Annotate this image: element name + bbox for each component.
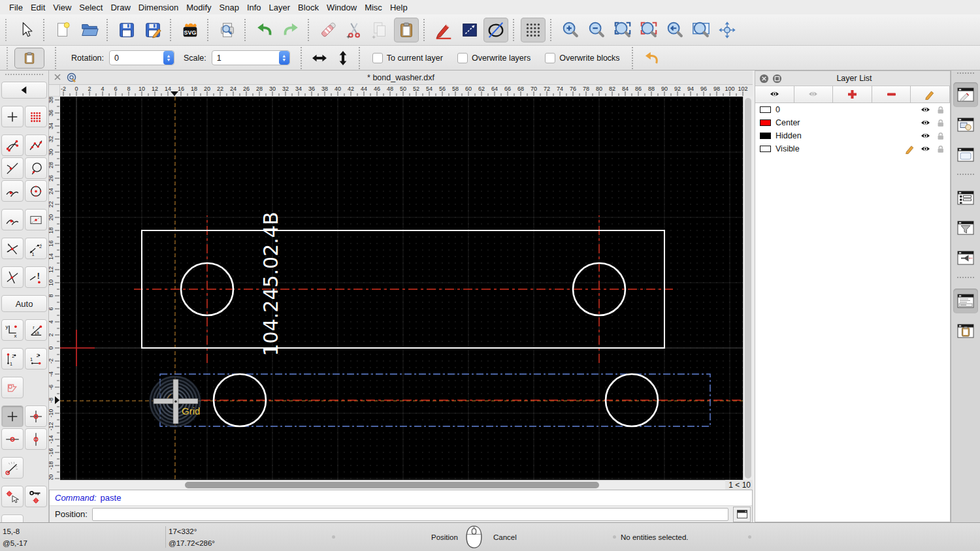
horizontal-scrollbar[interactable]: [60, 480, 725, 490]
snap-intersection-manual[interactable]: 12: [25, 238, 47, 259]
coords-absolute[interactable]: 12: [1, 348, 24, 370]
snap-auto-button[interactable]: Auto: [1, 295, 47, 312]
snap-tangent[interactable]: [1, 157, 24, 179]
zoom-out-button[interactable]: [584, 18, 609, 42]
open-file-button[interactable]: [77, 18, 102, 42]
layer-visibility-eye-icon[interactable]: [920, 118, 931, 129]
snap-free[interactable]: [1, 106, 24, 127]
redo-button[interactable]: [278, 18, 303, 42]
snap-endpoints[interactable]: [1, 134, 24, 156]
layer-color-swatch[interactable]: [760, 106, 771, 113]
layer-visibility-eye-icon[interactable]: [920, 144, 931, 155]
menu-help[interactable]: Help: [390, 3, 408, 12]
revert-button[interactable]: [640, 46, 664, 71]
layer-visibility-eye-icon[interactable]: [920, 104, 931, 116]
command-window-button[interactable]: [733, 507, 751, 522]
snap-middle[interactable]: [1, 180, 24, 202]
layer-color-swatch[interactable]: [760, 133, 771, 139]
layer-row-center[interactable]: Center: [755, 116, 950, 129]
coords-cartesian[interactable]: yx: [1, 319, 24, 341]
restrict-horizontal[interactable]: [1, 428, 24, 450]
zoom-pan-button[interactable]: [715, 18, 740, 42]
hide-all-layers-button[interactable]: [794, 86, 834, 102]
dock-plugins-button[interactable]: [953, 245, 978, 270]
edit-layer-button[interactable]: [911, 86, 950, 102]
overwrite-layers-checkbox[interactable]: Overwrite layers: [457, 53, 531, 63]
coords-relative[interactable]: 12: [25, 348, 47, 370]
line-dashed-button[interactable]: [457, 18, 482, 42]
position-input[interactable]: [92, 508, 728, 521]
layer-lock-icon[interactable]: [936, 118, 945, 128]
scrollbar-thumb[interactable]: [185, 482, 599, 488]
menu-misc[interactable]: Misc: [365, 3, 382, 12]
remove-layer-button[interactable]: [872, 86, 911, 102]
command-line[interactable]: Command: paste: [50, 490, 752, 506]
menu-block[interactable]: Block: [298, 3, 319, 12]
layer-lock-icon[interactable]: [936, 131, 945, 141]
snap-middle-manual[interactable]: [1, 209, 24, 230]
flip-vertical-button[interactable]: [332, 48, 354, 69]
zoom-window-button[interactable]: [689, 18, 713, 42]
select-cursor-button[interactable]: [14, 18, 39, 42]
paste-options-button[interactable]: [14, 48, 44, 69]
flip-horizontal-button[interactable]: [308, 48, 331, 69]
grid-toggle-button[interactable]: [521, 18, 546, 42]
save-button[interactable]: [114, 18, 139, 42]
to-current-layer-checkbox[interactable]: To current layer: [372, 53, 443, 63]
cut-button[interactable]: [342, 18, 367, 42]
layer-color-swatch[interactable]: [760, 119, 771, 126]
snap-on-entity[interactable]: [25, 134, 47, 156]
layer-row-visible[interactable]: Visible: [755, 142, 950, 155]
restrict-orthogonal[interactable]: [25, 405, 47, 427]
angle-gauge[interactable]: [1, 457, 24, 479]
dock-block-list-button[interactable]: [953, 112, 978, 137]
zoom-auto-button[interactable]: [610, 18, 635, 42]
menu-info[interactable]: Info: [247, 3, 261, 12]
scale-spinbox[interactable]: 1 ▲▼: [212, 50, 290, 65]
layer-color-swatch[interactable]: [760, 146, 771, 152]
layer-visibility-eye-icon[interactable]: [920, 131, 931, 142]
copy-button[interactable]: [368, 18, 393, 42]
zoom-back-button[interactable]: [662, 18, 687, 42]
menu-edit[interactable]: Edit: [31, 3, 45, 12]
scrollbar-thumb[interactable]: [745, 98, 751, 479]
overwrite-blocks-checkbox[interactable]: Overwrite blocks: [545, 53, 619, 63]
restrict-lines[interactable]: [1, 266, 24, 288]
save-as-button[interactable]: [140, 18, 165, 42]
layer-lock-icon[interactable]: [936, 105, 945, 115]
print-preview-button[interactable]: [215, 18, 240, 42]
restrict-vertical[interactable]: [25, 428, 47, 450]
vertical-scrollbar[interactable]: [743, 97, 753, 480]
set-relative-zero[interactable]: [1, 486, 24, 507]
menu-dimension[interactable]: Dimension: [139, 3, 178, 12]
dock-entity-list-button[interactable]: [953, 185, 978, 210]
menu-layer[interactable]: Layer: [269, 3, 291, 12]
isometric-ellipse-button[interactable]: [483, 18, 508, 42]
close-tab-icon[interactable]: [53, 72, 63, 83]
close-panel-icon[interactable]: [759, 74, 769, 84]
dock-clipboard-button[interactable]: [953, 319, 978, 343]
coords-polar[interactable]: ra: [25, 319, 47, 341]
snap-nearest[interactable]: [25, 157, 47, 179]
undo-button[interactable]: [252, 18, 277, 42]
stepper-icon[interactable]: ▲▼: [163, 51, 174, 65]
menu-select[interactable]: Select: [79, 3, 103, 12]
layer-row-0[interactable]: 0: [755, 103, 950, 116]
snap-center[interactable]: [25, 180, 47, 202]
menu-snap[interactable]: Snap: [220, 3, 239, 12]
zoom-in-button[interactable]: [558, 18, 583, 42]
delete-button[interactable]: [316, 18, 340, 42]
menu-file[interactable]: File: [9, 3, 23, 12]
add-layer-button[interactable]: [833, 86, 872, 102]
dock-filter-button[interactable]: [953, 215, 978, 240]
paste-button[interactable]: [394, 18, 419, 42]
back-button[interactable]: [1, 82, 47, 99]
snap-grid[interactable]: [25, 106, 47, 127]
select-reference[interactable]: [1, 377, 24, 398]
layer-lock-icon[interactable]: [936, 144, 945, 154]
zoom-previous-button[interactable]: [636, 18, 661, 42]
menu-view[interactable]: View: [53, 3, 71, 12]
rotation-spinbox[interactable]: 0 ▲▼: [109, 50, 174, 65]
draw-pen-button[interactable]: [431, 18, 456, 42]
drawing-canvas[interactable]: 104.245.02.4BGrid: [60, 97, 743, 480]
